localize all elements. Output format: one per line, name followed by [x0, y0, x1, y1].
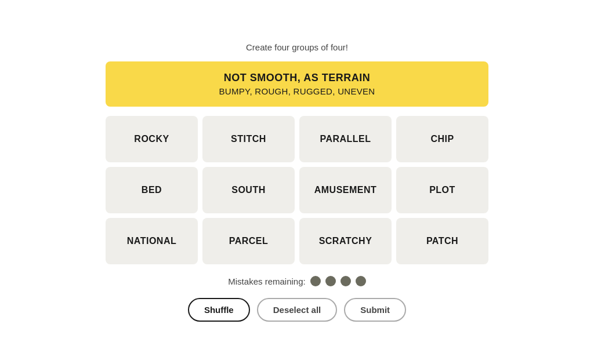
tile[interactable]: PLOT: [396, 167, 488, 213]
tile[interactable]: PARALLEL: [299, 116, 392, 162]
page-subtitle: Create four groups of four!: [246, 42, 348, 52]
tile[interactable]: PARCEL: [202, 218, 295, 264]
tile[interactable]: NATIONAL: [106, 218, 198, 264]
mistake-dot: [356, 276, 366, 286]
tile[interactable]: SCRATCHY: [299, 218, 392, 264]
tile[interactable]: BED: [106, 167, 198, 213]
tile[interactable]: SOUTH: [202, 167, 295, 213]
deselect-button[interactable]: Deselect all: [257, 298, 338, 322]
tile[interactable]: AMUSEMENT: [299, 167, 392, 213]
game-container: Create four groups of four! NOT SMOOTH, …: [106, 42, 488, 322]
mistake-dot: [325, 276, 336, 286]
mistake-dot: [341, 276, 351, 286]
buttons-row: Shuffle Deselect all Submit: [188, 298, 406, 322]
category-name: NOT SMOOTH, AS TERRAIN: [119, 72, 475, 84]
tile[interactable]: CHIP: [396, 116, 488, 162]
tile[interactable]: ROCKY: [106, 116, 198, 162]
mistakes-label: Mistakes remaining:: [228, 276, 305, 286]
tiles-grid: ROCKYSTITCHPARALLELCHIPBEDSOUTHAMUSEMENT…: [106, 116, 488, 264]
mistakes-row: Mistakes remaining:: [228, 276, 365, 286]
tile[interactable]: PATCH: [396, 218, 488, 264]
submit-button[interactable]: Submit: [344, 298, 406, 322]
category-words: BUMPY, ROUGH, RUGGED, UNEVEN: [119, 86, 475, 96]
shuffle-button[interactable]: Shuffle: [188, 298, 250, 322]
tile[interactable]: STITCH: [202, 116, 295, 162]
mistakes-dots: [310, 276, 366, 286]
mistake-dot: [310, 276, 321, 286]
solved-banner: NOT SMOOTH, AS TERRAIN BUMPY, ROUGH, RUG…: [106, 61, 488, 107]
